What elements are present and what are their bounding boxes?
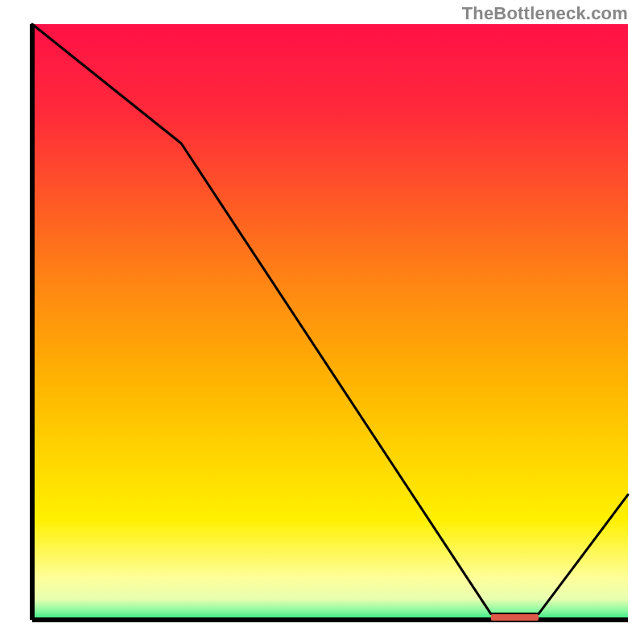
bottleneck-chart [0,0,644,644]
optimal-range-marker [491,614,539,621]
watermark-text: TheBottleneck.com [462,3,628,24]
heatmap-background [32,24,628,620]
chart-stage: TheBottleneck.com [0,0,644,644]
